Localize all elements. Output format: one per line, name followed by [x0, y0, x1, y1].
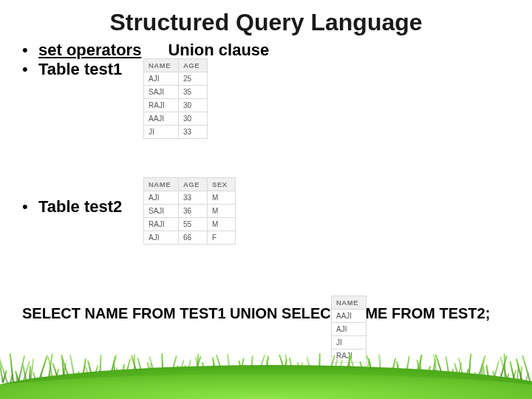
data-table: NAME AAJIAJIJIRAJISAJI	[331, 296, 366, 376]
table-cell: M	[208, 191, 236, 205]
table-row: AAJI	[332, 310, 366, 323]
table-cell: AJI	[332, 323, 366, 336]
table-cell: JI	[144, 126, 179, 139]
table-row: AJI33M	[144, 191, 236, 205]
table-cell: AAJI	[332, 310, 366, 323]
table-cell: RAJI	[144, 218, 179, 231]
table-cell: SAJI	[144, 86, 179, 99]
table-row: SAJI	[332, 363, 366, 376]
column-header: NAME	[144, 178, 179, 191]
table-cell: 36	[178, 205, 207, 218]
table-cell: AJI	[144, 191, 179, 205]
table-row: AJI25	[144, 72, 208, 86]
table-cell: 33	[178, 191, 207, 205]
table-cell: 55	[178, 218, 207, 231]
table-cell: 30	[178, 99, 207, 112]
table-cell: 30	[178, 112, 207, 126]
data-table: NAMEAGE AJI25SAJI35RAJI30AAJI30JI33	[143, 58, 208, 139]
table-result: NAME AAJIAJIJIRAJISAJI	[331, 296, 366, 376]
rows-returned-label: 5 rows returned	[384, 369, 435, 377]
bullet-line-1: • set operators Union clause	[22, 41, 510, 60]
table-cell: 35	[178, 86, 207, 99]
data-table: NAMEAGESEX AJI33MSAJI36MRAJI55MAJI66F	[143, 177, 236, 245]
table-cell: M	[208, 205, 236, 218]
table-cell: 66	[178, 231, 207, 245]
table-row: RAJI	[332, 349, 366, 363]
table-cell: JI	[332, 336, 366, 349]
union-clause-label: Union clause	[168, 41, 269, 60]
column-header: NAME	[332, 296, 366, 310]
page-title: Structured Query Language	[22, 9, 510, 36]
slide: Structured Query Language • set operator…	[0, 0, 532, 399]
table-row: RAJI55M	[144, 218, 236, 231]
table-cell: AJI	[144, 231, 179, 245]
table-row: RAJI30	[144, 99, 208, 112]
table-cell: SAJI	[332, 363, 366, 376]
bullet-line-3: • Table test2	[22, 197, 510, 216]
table-row: AJI66F	[144, 231, 236, 245]
table-cell: F	[208, 231, 236, 245]
bullet-dot-icon: •	[22, 61, 34, 78]
table-test1: NAMEAGE AJI25SAJI35RAJI30AAJI30JI33	[143, 58, 208, 139]
table-row: JI33	[144, 126, 208, 139]
table-cell: AJI	[144, 72, 179, 86]
table-row: AAJI30	[144, 112, 208, 126]
table-test2: NAMEAGESEX AJI33MSAJI36MRAJI55MAJI66F	[143, 177, 236, 245]
table-cell: RAJI	[332, 349, 366, 363]
table-cell: 25	[178, 72, 207, 86]
table-cell: 33	[178, 126, 207, 139]
bullet-line-2: • Table test1	[22, 60, 510, 79]
table-row: SAJI35	[144, 86, 208, 99]
table-test1-label: Table test1	[38, 60, 122, 79]
sql-statement: SELECT NAME FROM TEST1 UNION SELECT NAME…	[22, 305, 510, 322]
bullet-dot-icon: •	[22, 42, 34, 58]
column-header: SEX	[208, 178, 236, 191]
table-row: JI	[332, 336, 366, 349]
set-operators-label: set operators	[38, 41, 141, 60]
table-cell: RAJI	[144, 99, 179, 112]
column-header: AGE	[178, 178, 207, 191]
column-header: NAME	[144, 59, 179, 72]
column-header: AGE	[178, 59, 207, 72]
table-row: AJI	[332, 323, 366, 336]
table-row: SAJI36M	[144, 205, 236, 218]
table-test2-label: Table test2	[38, 197, 122, 216]
table-cell: SAJI	[144, 205, 179, 218]
table-cell: AAJI	[144, 112, 179, 126]
grass-decoration	[0, 347, 532, 399]
bullet-dot-icon: •	[22, 199, 34, 215]
table-cell: M	[208, 218, 236, 231]
